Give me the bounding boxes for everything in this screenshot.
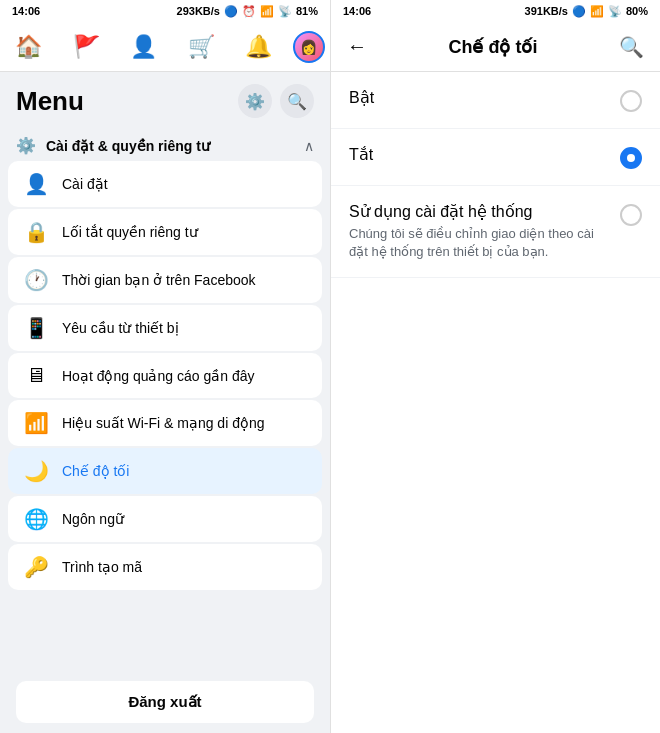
option-bat-radio[interactable]: [620, 90, 642, 112]
menu-item-hieusuat[interactable]: 📶 Hiệu suất Wi-Fi & mạng di động: [8, 400, 322, 446]
right-panel: 14:06 391KB/s 🔵 📶 📡 80% ← Chế độ tối 🔍 B…: [330, 0, 660, 733]
section-header[interactable]: ⚙️ Cài đặt & quyền riêng tư ∧: [0, 126, 330, 161]
bottom-btn: Đăng xuất: [0, 671, 330, 733]
left-status-bar: 14:06 293KB/s 🔵 ⏰ 📶 📡 81%: [0, 0, 330, 22]
yeucau-icon: 📱: [22, 316, 50, 340]
option-system-radio[interactable]: [620, 204, 642, 226]
option-bat-label: Bật: [349, 89, 374, 106]
right-content: Bật Tắt Sử dụng cài đặt hệ thống Chúng t…: [331, 72, 660, 733]
wifi-icon: 📡: [278, 5, 292, 18]
option-system[interactable]: Sử dụng cài đặt hệ thống Chúng tôi sẽ đi…: [331, 186, 660, 278]
hieusuat-icon: 📶: [22, 411, 50, 435]
section-gear-icon: ⚙️: [16, 136, 36, 155]
hoatdong-label: Hoạt động quảng cáo gần đây: [62, 368, 254, 384]
nav-bell-icon[interactable]: 🔔: [235, 30, 282, 64]
trinhtaoma-icon: 🔑: [22, 555, 50, 579]
nav-bar: 🏠 🚩 👤 🛒 🔔 👩: [0, 22, 330, 72]
option-tat-radio[interactable]: [620, 147, 642, 169]
nav-store-icon[interactable]: 🛒: [178, 30, 225, 64]
ngonngu-label: Ngôn ngữ: [62, 511, 124, 527]
right-status-bar: 14:06 391KB/s 🔵 📶 📡 80%: [331, 0, 660, 22]
left-panel: 14:06 293KB/s 🔵 ⏰ 📶 📡 81% 🏠 🚩 👤 🛒 🔔 👩 Me…: [0, 0, 330, 733]
hoatdong-icon: 🖥: [22, 364, 50, 387]
option-tat-label: Tắt: [349, 146, 373, 163]
caidat-label: Cài đặt: [62, 176, 108, 192]
right-bt-icon: 🔵: [572, 5, 586, 18]
menu-item-thoigian[interactable]: 🕐 Thời gian bạn ở trên Facebook: [8, 257, 322, 303]
menu-header: Menu ⚙️ 🔍: [0, 72, 330, 126]
menu-item-yeucau[interactable]: 📱 Yêu cầu từ thiết bị: [8, 305, 322, 351]
menu-item-hoatdong[interactable]: 🖥 Hoạt động quảng cáo gần đây: [8, 353, 322, 398]
right-info: 391KB/s: [525, 5, 568, 17]
loitat-icon: 🔒: [22, 220, 50, 244]
yeucau-label: Yêu cầu từ thiết bị: [62, 320, 179, 336]
right-signal-icon: 📶: [590, 5, 604, 18]
menu-item-ngonngu[interactable]: 🌐 Ngôn ngữ: [8, 496, 322, 542]
option-system-label: Sử dụng cài đặt hệ thống: [349, 203, 532, 220]
logout-button[interactable]: Đăng xuất: [16, 681, 314, 723]
option-bat[interactable]: Bật: [331, 72, 660, 129]
left-info: 293KB/s: [177, 5, 220, 17]
menu-list: 👤 Cài đặt 🔒 Lối tắt quyền riêng tư 🕐 Thờ…: [0, 161, 330, 671]
signal-icon: 📶: [260, 5, 274, 18]
right-time: 14:06: [343, 5, 371, 17]
option-tat[interactable]: Tắt: [331, 129, 660, 186]
menu-item-trinhtaoma[interactable]: 🔑 Trình tạo mã: [8, 544, 322, 590]
bt-icon: 🔵: [224, 5, 238, 18]
back-button[interactable]: ←: [347, 35, 367, 58]
option-system-desc: Chúng tôi sẽ điều chỉnh giao diện theo c…: [349, 225, 608, 261]
menu-title: Menu: [16, 86, 84, 117]
section-title: Cài đặt & quyền riêng tư: [46, 138, 210, 154]
thoigian-label: Thời gian bạn ở trên Facebook: [62, 272, 256, 288]
right-nav: ← Chế độ tối 🔍: [331, 22, 660, 72]
nav-home-icon[interactable]: 🏠: [5, 30, 52, 64]
loitat-label: Lối tắt quyền riêng tư: [62, 224, 198, 240]
right-wifi-icon: 📡: [608, 5, 622, 18]
search-button[interactable]: 🔍: [280, 84, 314, 118]
nav-flag-icon[interactable]: 🚩: [63, 30, 110, 64]
nav-person-icon[interactable]: 👤: [120, 30, 167, 64]
battery-left: 81%: [296, 5, 318, 17]
chedoto-label: Chế độ tối: [62, 463, 129, 479]
caidat-icon: 👤: [22, 172, 50, 196]
menu-item-loitat[interactable]: 🔒 Lối tắt quyền riêng tư: [8, 209, 322, 255]
alarm-icon: ⏰: [242, 5, 256, 18]
nav-avatar[interactable]: 👩: [293, 31, 325, 63]
menu-item-caidat[interactable]: 👤 Cài đặt: [8, 161, 322, 207]
ngonngu-icon: 🌐: [22, 507, 50, 531]
thoigian-icon: 🕐: [22, 268, 50, 292]
menu-item-chedoto[interactable]: 🌙 Chế độ tối: [8, 448, 322, 494]
chedoto-icon: 🌙: [22, 459, 50, 483]
chevron-up-icon: ∧: [304, 138, 314, 154]
right-search-icon[interactable]: 🔍: [619, 35, 644, 59]
left-time: 14:06: [12, 5, 40, 17]
right-battery: 80%: [626, 5, 648, 17]
trinhtaoma-label: Trình tạo mã: [62, 559, 142, 575]
settings-button[interactable]: ⚙️: [238, 84, 272, 118]
right-nav-title: Chế độ tối: [449, 36, 538, 58]
hieusuat-label: Hiệu suất Wi-Fi & mạng di động: [62, 415, 265, 431]
menu-icons: ⚙️ 🔍: [238, 84, 314, 118]
